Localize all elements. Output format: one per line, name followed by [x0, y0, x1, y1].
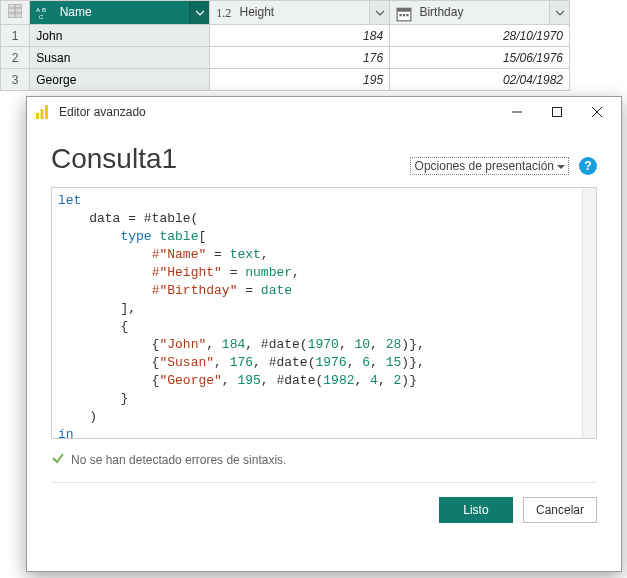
svg-rect-8 — [397, 8, 411, 11]
cell-name[interactable]: John — [30, 25, 210, 47]
column-header-label: Height — [240, 5, 275, 19]
text-type-icon: ABC — [36, 6, 52, 20]
minimize-icon — [512, 107, 522, 117]
column-filter-dropdown[interactable] — [189, 1, 209, 24]
query-name-heading: Consulta1 — [51, 143, 410, 175]
svg-text:B: B — [42, 7, 46, 13]
maximize-button[interactable] — [537, 98, 577, 126]
svg-rect-10 — [403, 14, 405, 16]
help-icon: ? — [584, 159, 591, 173]
column-header-height[interactable]: 1.2 Height — [210, 1, 390, 25]
cell-birthday[interactable]: 02/04/1982 — [390, 69, 570, 91]
column-header-name[interactable]: ABC Name — [30, 1, 210, 25]
table-row[interactable]: 3 George 195 02/04/1982 — [1, 69, 570, 91]
cell-height[interactable]: 195 — [210, 69, 390, 91]
row-index: 2 — [1, 47, 30, 69]
svg-text:C: C — [39, 14, 44, 20]
svg-rect-11 — [406, 14, 408, 16]
chevron-down-icon — [376, 9, 384, 17]
ok-button[interactable]: Listo — [439, 497, 513, 523]
cancel-button[interactable]: Cancelar — [523, 497, 597, 523]
syntax-status: No se han detectado errores de sintaxis. — [51, 451, 597, 483]
cell-name[interactable]: George — [30, 69, 210, 91]
chevron-down-icon — [556, 9, 564, 17]
svg-rect-9 — [399, 14, 401, 16]
minimize-button[interactable] — [497, 98, 537, 126]
close-icon — [592, 107, 602, 117]
svg-rect-12 — [36, 113, 39, 119]
display-options-label: Opciones de presentación — [415, 159, 554, 173]
svg-text:A: A — [36, 7, 40, 13]
close-button[interactable] — [577, 98, 617, 126]
cell-birthday[interactable]: 15/06/1976 — [390, 47, 570, 69]
row-index: 1 — [1, 25, 30, 47]
date-type-icon — [396, 6, 412, 20]
svg-rect-13 — [41, 109, 44, 119]
cell-name[interactable]: Susan — [30, 47, 210, 69]
advanced-editor-dialog: Editor avanzado Consulta1 Opciones de pr… — [26, 96, 622, 572]
cell-birthday[interactable]: 28/10/1970 — [390, 25, 570, 47]
scrollbar[interactable] — [582, 188, 596, 438]
number-type-icon: 1.2 — [216, 6, 232, 20]
column-filter-dropdown[interactable] — [369, 1, 389, 24]
display-options-dropdown[interactable]: Opciones de presentación — [410, 157, 569, 175]
data-grid: ABC Name 1.2 Height Birthday — [0, 0, 570, 91]
chevron-down-icon — [196, 9, 204, 17]
svg-rect-16 — [553, 108, 562, 117]
powerbi-icon — [35, 104, 51, 120]
code-editor[interactable]: let data = #table( type table[ #"Name" =… — [51, 187, 597, 439]
column-header-birthday[interactable]: Birthday — [390, 1, 570, 25]
table-icon — [8, 4, 22, 18]
maximize-icon — [552, 107, 562, 117]
table-row[interactable]: 2 Susan 176 15/06/1976 — [1, 47, 570, 69]
help-button[interactable]: ? — [579, 157, 597, 175]
table-corner[interactable] — [1, 1, 30, 25]
dialog-title: Editor avanzado — [59, 105, 497, 119]
table-row[interactable]: 1 John 184 28/10/1970 — [1, 25, 570, 47]
column-filter-dropdown[interactable] — [549, 1, 569, 24]
check-icon — [51, 451, 65, 468]
column-header-label: Birthday — [419, 5, 463, 19]
dialog-titlebar: Editor avanzado — [27, 97, 621, 127]
row-index: 3 — [1, 69, 30, 91]
cell-height[interactable]: 184 — [210, 25, 390, 47]
cell-height[interactable]: 176 — [210, 47, 390, 69]
svg-rect-14 — [45, 105, 48, 119]
column-header-label: Name — [60, 5, 92, 19]
status-text: No se han detectado errores de sintaxis. — [71, 453, 286, 467]
